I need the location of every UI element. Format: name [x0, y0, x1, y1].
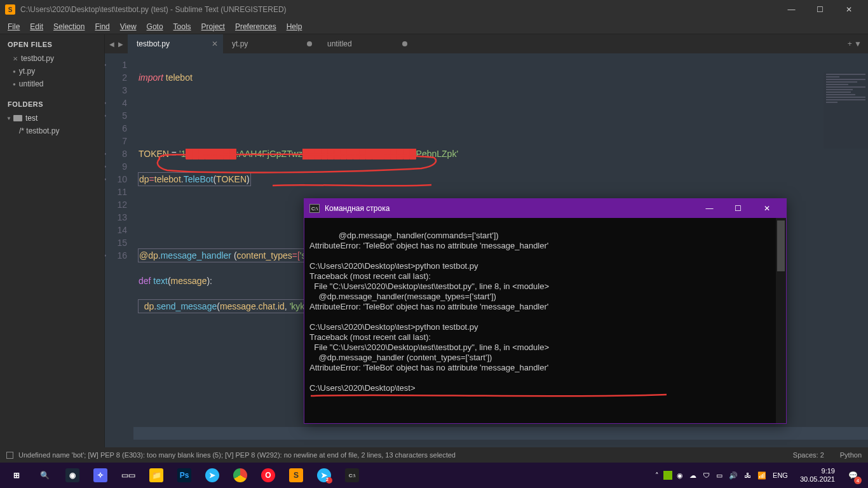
sublime-logo-icon: S: [5, 4, 15, 15]
menu-goto[interactable]: Goto: [142, 21, 168, 32]
tray-chevron-icon[interactable]: ˄: [653, 471, 661, 480]
modified-dot-icon: [307, 41, 312, 46]
tab-prev-icon[interactable]: ◀: [107, 41, 116, 48]
close-button[interactable]: ✕: [834, 0, 863, 19]
notification-center-icon[interactable]: 💬4: [840, 463, 865, 488]
steam-icon[interactable]: ◉: [58, 463, 86, 488]
tray-wifi-icon[interactable]: 📶: [756, 471, 768, 480]
tab-next-icon[interactable]: ▶: [116, 41, 125, 48]
terminal-minimize-button[interactable]: —: [695, 199, 724, 218]
menu-view[interactable]: View: [115, 21, 142, 32]
tray-nvidia-icon[interactable]: [663, 471, 672, 480]
tray-volume-icon[interactable]: 🔊: [727, 471, 740, 480]
taskbar-clock[interactable]: 9:19 30.05.2021: [795, 467, 840, 484]
terminal-maximize-button[interactable]: ☐: [724, 199, 752, 218]
tray-language[interactable]: ENG: [771, 471, 790, 479]
open-file-testbot[interactable]: ✕testbot.py: [0, 52, 104, 65]
tray-app-icon[interactable]: ◉: [675, 471, 685, 480]
menu-project[interactable]: Project: [196, 21, 230, 32]
annotation-underline: [311, 371, 667, 380]
line-gutter: 12345678910111213141516: [105, 53, 133, 447]
explorer-icon[interactable]: 📁: [142, 463, 170, 488]
menu-bar: File Edit Selection Find View Goto Tools…: [0, 19, 868, 34]
windows-taskbar: ⊞ 🔍 ◉ ✧ ▭▭ 📁 Ps ➤ O S ➤2 C:\ ˄ ◉ ☁ 🛡 ▭ 🔊…: [0, 463, 868, 488]
tray-battery-icon[interactable]: ▭: [714, 471, 724, 480]
window-title: C:\Users\2020\Desktop\test\testbot.py (t…: [20, 5, 287, 14]
modified-dot-icon: [402, 41, 407, 46]
redaction-mark: ██████████████████: [302, 149, 416, 159]
telegram2-icon[interactable]: ➤2: [310, 463, 338, 488]
folder-icon: [13, 115, 22, 121]
lint-checkbox[interactable]: [6, 452, 13, 459]
minimap[interactable]: [824, 72, 868, 149]
menu-preferences[interactable]: Preferences: [230, 21, 281, 32]
sublime-icon[interactable]: S: [282, 463, 310, 488]
menu-help[interactable]: Help: [281, 21, 308, 32]
title-bar: S C:\Users\2020\Desktop\test\testbot.py …: [0, 0, 868, 19]
tray-shield-icon[interactable]: 🛡: [701, 471, 712, 479]
opera-icon[interactable]: O: [254, 463, 282, 488]
open-file-yt[interactable]: ●yt.py: [0, 65, 104, 78]
chrome-icon[interactable]: [226, 463, 254, 488]
file-testbot[interactable]: /* testbot.py: [0, 125, 104, 137]
telegram-icon[interactable]: ➤: [198, 463, 226, 488]
tab-row: ◀▶ testbot.py✕ yt.py untitled + ▼: [105, 34, 868, 53]
menu-edit[interactable]: Edit: [25, 21, 48, 32]
menu-find[interactable]: Find: [90, 21, 114, 32]
open-file-untitled[interactable]: ●untitled: [0, 78, 104, 90]
modified-dot-icon: ●: [13, 81, 16, 87]
search-button[interactable]: 🔍: [31, 463, 58, 488]
terminal-body[interactable]: @dp.message_handler(commands=['start']) …: [304, 218, 786, 423]
discord-icon[interactable]: ✧: [86, 463, 114, 488]
folders-header: FOLDERS: [0, 97, 104, 112]
menu-tools[interactable]: Tools: [168, 21, 196, 32]
sidebar: OPEN FILES ✕testbot.py ●yt.py ●untitled …: [0, 34, 105, 447]
menu-file[interactable]: File: [3, 21, 25, 32]
syntax-status[interactable]: Python: [840, 451, 862, 459]
tray-network-icon[interactable]: 🖧: [742, 471, 753, 479]
task-view-icon[interactable]: ▭▭: [114, 463, 142, 488]
tray-cloud-icon[interactable]: ☁: [688, 471, 698, 480]
terminal-title: Командная строка: [325, 204, 390, 213]
terminal-close-button[interactable]: ✕: [752, 199, 781, 218]
system-tray: ˄ ◉ ☁ 🛡 ▭ 🔊 🖧 📶 ENG: [648, 471, 795, 480]
cmd-icon: C:\: [309, 204, 320, 213]
modified-dot-icon: ●: [13, 69, 16, 74]
terminal-window[interactable]: C:\ Командная строка — ☐ ✕ @dp.message_h…: [304, 198, 787, 424]
tab-yt[interactable]: yt.py: [223, 34, 318, 53]
redaction-mark: ████████: [186, 149, 236, 159]
annotation-underline: [248, 166, 407, 173]
open-files-header: OPEN FILES: [0, 37, 104, 52]
lint-message: Undefined name 'bot'; [W] PEP 8 (E303): …: [18, 451, 456, 459]
terminal-scrollbar[interactable]: [776, 218, 786, 423]
tab-testbot[interactable]: testbot.py✕: [128, 34, 223, 53]
maximize-button[interactable]: ☐: [806, 0, 834, 19]
status-bar: Undefined name 'bot'; [W] PEP 8 (E303): …: [0, 447, 868, 463]
folder-test[interactable]: ▼test: [0, 112, 104, 125]
photoshop-icon[interactable]: Ps: [170, 463, 198, 488]
start-button[interactable]: ⊞: [3, 463, 31, 488]
tab-untitled[interactable]: untitled: [318, 34, 414, 53]
cmd-taskbar-icon[interactable]: C:\: [338, 463, 366, 488]
close-icon[interactable]: ✕: [212, 39, 218, 48]
close-icon[interactable]: ✕: [13, 55, 18, 62]
terminal-title-bar[interactable]: C:\ Командная строка — ☐ ✕: [304, 199, 786, 218]
new-tab-button[interactable]: + ▼: [841, 39, 868, 48]
indent-status[interactable]: Spaces: 2: [793, 451, 824, 459]
menu-selection[interactable]: Selection: [48, 21, 90, 32]
chevron-down-icon: ▼: [6, 116, 11, 121]
minimize-button[interactable]: —: [777, 0, 806, 19]
